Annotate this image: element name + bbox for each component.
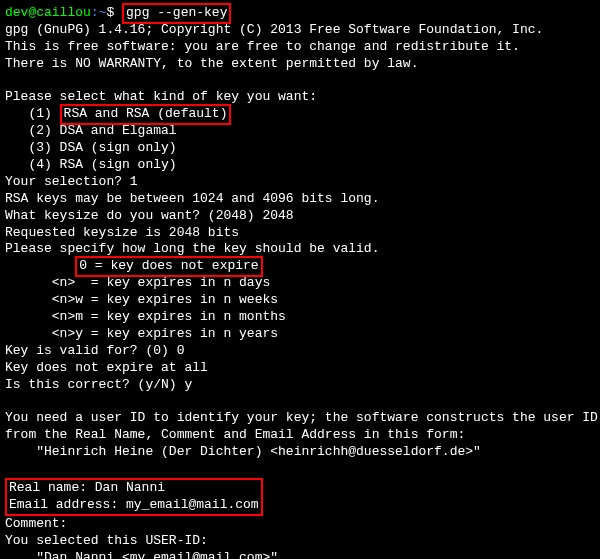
- userid-comment: Comment:: [5, 516, 595, 533]
- prompt-symbol: $: [106, 5, 122, 20]
- keytype-opt4: (4) RSA (sign only): [5, 157, 595, 174]
- keysize-range: RSA keys may be between 1024 and 4096 bi…: [5, 191, 595, 208]
- keysize-result: Requested keysize is 2048 bits: [5, 225, 595, 242]
- keytype-selection: Your selection? 1: [5, 174, 595, 191]
- validity-no-expire: Key does not expire at all: [5, 360, 595, 377]
- userid-realname: Real name: Dan Nanni: [9, 480, 259, 497]
- userid-selected-val: "Dan Nanni <my_email@mail.com>": [5, 550, 595, 560]
- userid-email: Email address: my_email@mail.com: [9, 497, 259, 514]
- userid-selected: You selected this USER-ID:: [5, 533, 595, 550]
- validity-confirm: Is this correct? (y/N) y: [5, 377, 595, 394]
- validity-optn: <n> = key expires in n days: [5, 275, 595, 292]
- validity-optnw: <n>w = key expires in n weeks: [5, 292, 595, 309]
- prompt-line[interactable]: dev@caillou:~$ gpg --gen-key: [5, 5, 595, 22]
- blank-line: [5, 393, 595, 410]
- blank-line: [5, 461, 595, 478]
- userid-intro2: from the Real Name, Comment and Email Ad…: [5, 427, 595, 444]
- validity-optnm: <n>m = key expires in n months: [5, 309, 595, 326]
- keytype-opt3: (3) DSA (sign only): [5, 140, 595, 157]
- header-line-2: This is free software: you are free to c…: [5, 39, 595, 56]
- userid-input-highlight: Real name: Dan Nanni Email address: my_e…: [5, 478, 263, 516]
- prompt-path: :~: [91, 5, 107, 20]
- validity-opt0: 0 = key does not expire: [5, 258, 595, 275]
- validity-optny: <n>y = key expires in n years: [5, 326, 595, 343]
- keytype-opt1: (1) RSA and RSA (default): [5, 106, 595, 123]
- keysize-prompt: What keysize do you want? (2048) 2048: [5, 208, 595, 225]
- header-line-3: There is NO WARRANTY, to the extent perm…: [5, 56, 595, 73]
- userid-example: "Heinrich Heine (Der Dichter) <heinrichh…: [5, 444, 595, 461]
- validity-opt0-highlight: 0 = key does not expire: [75, 256, 262, 277]
- validity-valid-for: Key is valid for? (0) 0: [5, 343, 595, 360]
- command-highlight: gpg --gen-key: [122, 3, 231, 24]
- userid-intro1: You need a user ID to identify your key;…: [5, 410, 595, 427]
- keytype-opt2: (2) DSA and Elgamal: [5, 123, 595, 140]
- keytype-opt1-highlight: RSA and RSA (default): [60, 104, 232, 125]
- blank-line: [5, 73, 595, 90]
- header-line-1: gpg (GnuPG) 1.4.16; Copyright (C) 2013 F…: [5, 22, 595, 39]
- prompt-user: dev@caillou: [5, 5, 91, 20]
